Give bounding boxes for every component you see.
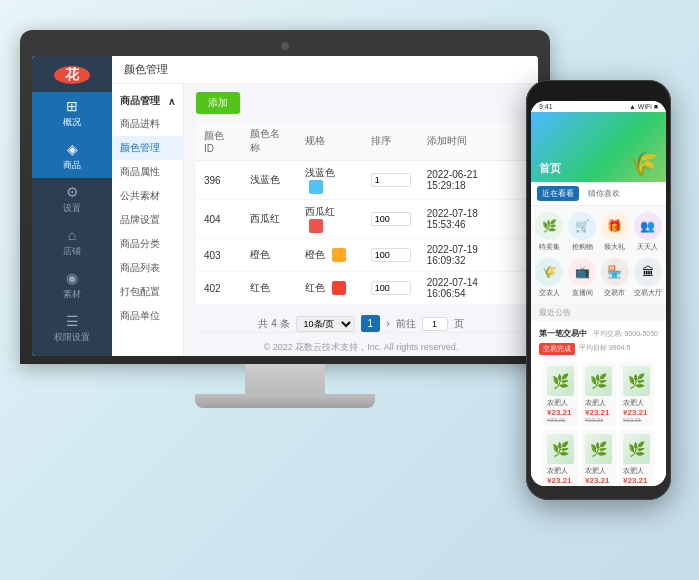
product-label: 农肥人 (623, 398, 650, 408)
icon-circle-4: 🌾 (535, 258, 563, 286)
permission-icon: ☰ (66, 313, 79, 329)
product-old-price: ¥23.21 (547, 485, 574, 486)
col-header-time: 添加时间 (419, 122, 526, 161)
product-img: 🌿 (585, 434, 612, 464)
phone-product-card[interactable]: 🌿 农肥人 ¥23.21 ¥23.21 (581, 362, 616, 427)
sub-sidebar-item-unit[interactable]: 商品单位 (112, 304, 183, 328)
sub-sidebar-item-import[interactable]: 商品进料 (112, 112, 183, 136)
monitor-bezel: 花 ⊞ 概况 ◈ 商品 ⚙ 设置 ⌂ 店铺 ◉ (20, 30, 550, 364)
color-swatch (332, 248, 346, 262)
phone-nav-tabs: 近在看看 猜你喜欢 (531, 182, 666, 206)
settings-icon: ⚙ (66, 184, 79, 200)
sidebar-item-overview[interactable]: ⊞ 概况 (32, 92, 112, 135)
monitor-camera (281, 42, 289, 50)
sub-sidebar-item-list[interactable]: 商品列表 (112, 256, 183, 280)
sidebar-item-settings[interactable]: ⚙ 设置 (32, 178, 112, 221)
cell-time: 2022-07-14 16:06:54 (419, 272, 526, 305)
sidebar-item-label: 商品 (63, 159, 81, 172)
phone-icon-item-7[interactable]: 🏛 交易大厅 (633, 258, 662, 298)
monitor: 花 ⊞ 概况 ◈ 商品 ⚙ 设置 ⌂ 店铺 ◉ (20, 30, 550, 408)
phone-icon-item-4[interactable]: 🌾 交农人 (535, 258, 564, 298)
phone-product-card[interactable]: 🌿 农肥人 ¥23.21 ¥23.21 (619, 362, 654, 427)
phone-signal: ▲ WiFi ■ (629, 103, 658, 110)
product-price: ¥23.21 (585, 476, 612, 485)
color-swatch (332, 281, 346, 295)
sidebar-item-goods[interactable]: ◈ 商品 (32, 135, 112, 178)
phone-header-title: 首页 (539, 161, 561, 176)
sub-sidebar: 商品管理 ∧ 商品进料 颜色管理 商品属性 公共素材 品牌设置 商品分类 商品列… (112, 84, 184, 356)
cell-name: 浅蓝色 (242, 161, 297, 200)
page-btn-1[interactable]: 1 (361, 315, 381, 332)
sub-sidebar-item-brand[interactable]: 品牌设置 (112, 208, 183, 232)
chevron-icon: ∧ (168, 96, 175, 107)
col-header-order: 排序 (363, 122, 419, 161)
order-input[interactable] (371, 212, 411, 226)
phone-icon-item-3[interactable]: 👥 天天人 (633, 212, 662, 252)
icon-circle-2: 🎁 (601, 212, 629, 240)
color-swatch (309, 180, 323, 194)
product-img: 🌿 (623, 366, 650, 396)
product-img: 🌿 (623, 434, 650, 464)
phone-product-card[interactable]: 🌿 农肥人 ¥23.21 ¥23.21 (543, 362, 578, 427)
phone-icon-item-6[interactable]: 🏪 交易市 (601, 258, 630, 298)
phone-nav-tab-1[interactable]: 猜你喜欢 (583, 186, 625, 201)
monitor-base (195, 394, 375, 408)
order-input[interactable] (371, 281, 411, 295)
sub-sidebar-item-package[interactable]: 打包配置 (112, 280, 183, 304)
table-row: 396 浅蓝色 浅蓝色 2022-06-21 15:29:18 (196, 161, 526, 200)
sub-sidebar-item-public[interactable]: 公共素材 (112, 184, 183, 208)
product-label: 农肥人 (547, 398, 574, 408)
page-number-input[interactable] (422, 317, 448, 331)
trade-status-badge: 交易完成 (539, 343, 575, 355)
sidebar-item-coupon[interactable]: ◈ 商品券 (32, 350, 112, 356)
product-old-price: ¥23.21 (623, 485, 650, 486)
cell-spec: 浅蓝色 (297, 161, 363, 200)
phone-product-card[interactable]: 🌿 农肥人 ¥23.21 ¥23.21 (543, 430, 578, 486)
sidebar-item-permission[interactable]: ☰ 权限设置 (32, 307, 112, 350)
trade-goal: 平均目标 9904.5 (579, 343, 630, 355)
icon-circle-6: 🏪 (601, 258, 629, 286)
phone-icon-item-5[interactable]: 📺 直播间 (568, 258, 597, 298)
cell-spec: 红色 (297, 272, 363, 305)
col-header-name: 颜色名称 (242, 122, 297, 161)
footer: © 2022 花数云技术支持，Inc. All rights reserved. (196, 332, 526, 356)
phone-icons-grid-row2: 🌾 交农人 📺 直播间 🏪 交易市 🏛 交易大厅 (531, 258, 666, 304)
icon-circle-3: 👥 (634, 212, 662, 240)
sub-sidebar-item-category[interactable]: 商品分类 (112, 232, 183, 256)
phone-product-card[interactable]: 🌿 农肥人 ¥23.21 ¥23.21 (581, 430, 616, 486)
sidebar-item-shop[interactable]: ⌂ 店铺 (32, 221, 112, 264)
phone-nav-tab-0[interactable]: 近在看看 (537, 186, 579, 201)
pagination-next[interactable]: › (386, 318, 389, 329)
material-icon: ◉ (66, 270, 78, 286)
product-old-price: ¥23.21 (585, 485, 612, 486)
sub-sidebar-item-color[interactable]: 颜色管理 (112, 136, 183, 160)
product-price: ¥23.21 (585, 408, 612, 417)
cell-time: 2022-06-21 15:29:18 (419, 161, 526, 200)
sidebar-item-material[interactable]: ◉ 素材 (32, 264, 112, 307)
pagination-goto-label: 前往 (396, 317, 416, 331)
cell-id: 404 (196, 200, 242, 239)
phone-product-grid: 🌿 农肥人 ¥23.21 ¥23.21 🌿 农肥人 ¥23.21 ¥23.21 … (539, 358, 658, 486)
product-price: ¥23.21 (547, 408, 574, 417)
phone-time: 9:41 (539, 103, 553, 110)
main-content: 颜色管理 商品管理 ∧ 商品进料 颜色管理 商品属性 公共素材 品牌设置 (112, 56, 538, 356)
goods-icon: ◈ (67, 141, 78, 157)
product-price: ¥23.21 (623, 408, 650, 417)
sidebar-item-label: 权限设置 (54, 331, 90, 344)
product-old-price: ¥23.21 (547, 417, 574, 423)
phone-product-card[interactable]: 🌿 农肥人 ¥23.21 ¥23.21 (619, 430, 654, 486)
phone-icon-item-2[interactable]: 🎁 领大礼 (601, 212, 630, 252)
order-input[interactable] (371, 173, 411, 187)
order-input[interactable] (371, 248, 411, 262)
phone-icon-item-1[interactable]: 🛒 抢购物 (568, 212, 597, 252)
phone-icon-item-0[interactable]: 🌿 特卖集 (535, 212, 564, 252)
data-table: 颜色ID 颜色名称 规格 排序 添加时间 396 浅蓝色 浅蓝色 (196, 122, 526, 305)
cell-order (363, 200, 419, 239)
sidebar-item-label: 设置 (63, 202, 81, 215)
add-button[interactable]: 添加 (196, 92, 240, 114)
icon-circle-0: 🌿 (535, 212, 563, 240)
sub-sidebar-item-attribute[interactable]: 商品属性 (112, 160, 183, 184)
icon-circle-5: 📺 (568, 258, 596, 286)
per-page-select[interactable]: 10条/页 20条/页 50条/页 (296, 316, 355, 332)
phone-notch (574, 90, 624, 98)
